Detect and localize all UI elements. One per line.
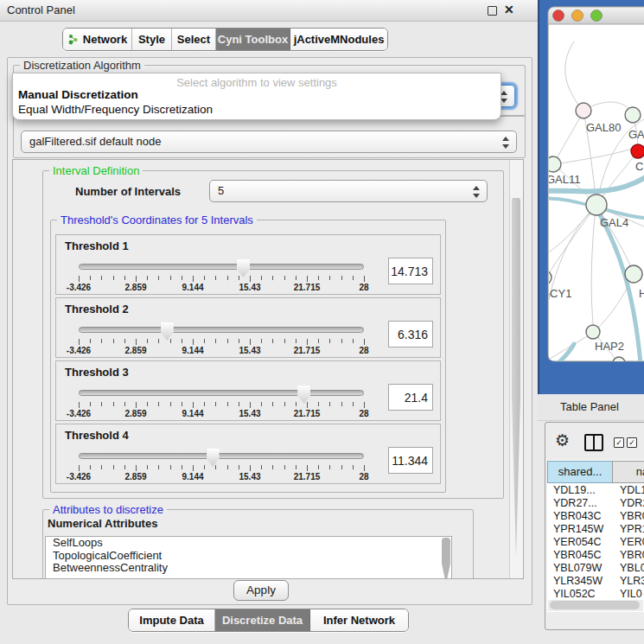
tick-mark (261, 276, 262, 280)
tick-mark (341, 465, 342, 469)
list-item-selfloops[interactable]: SelfLoops (46, 537, 451, 550)
table-row[interactable]: YDR27...YDR2 (547, 497, 644, 510)
threshold-2-slider[interactable] (79, 327, 364, 333)
table-horizontal-scrollbar[interactable] (548, 600, 643, 611)
tick-mark (113, 402, 114, 406)
column-header-name[interactable]: na (612, 461, 644, 483)
tab-network[interactable]: Network (63, 29, 132, 50)
network-node-hap2[interactable] (586, 325, 600, 339)
tab-label: Select (177, 33, 210, 46)
dropdown-option-equal-width-frequency-discretization[interactable]: Equal Width/Frequency Discretization (16, 103, 497, 118)
number-of-intervals-combobox[interactable]: 5 (209, 180, 488, 202)
threshold-1-slider-thumb[interactable] (237, 259, 250, 277)
float-window-icon[interactable] (488, 6, 497, 16)
tick-mark (170, 276, 171, 280)
threshold-4-slider[interactable] (79, 453, 364, 459)
network-frame-edge (538, 0, 539, 394)
tab-style[interactable]: Style (132, 29, 172, 50)
threshold-1-value[interactable]: 14.713 (388, 258, 433, 284)
scrollbar-thumb[interactable] (550, 601, 640, 609)
tab-label: Impute Data (139, 614, 203, 627)
tick-mark (227, 465, 228, 469)
threshold-3-value[interactable]: 21.4 (388, 384, 433, 411)
tick-mark (215, 465, 216, 469)
tab-label: Network (83, 33, 127, 46)
tick-mark (182, 402, 182, 406)
tick-mark (215, 402, 216, 406)
cell-shared-name: YDR27... (553, 497, 597, 510)
list-item-betweennesscentrality[interactable]: BetweennessCentrality (46, 562, 451, 575)
tick-mark (124, 276, 125, 280)
threshold-4-value[interactable]: 11.344 (388, 447, 433, 474)
tick-mark (364, 402, 365, 408)
network-node-h[interactable] (625, 265, 642, 283)
threshold-2-box: Threshold 2-3.4262.8599.14415.4321.71528… (55, 297, 441, 358)
tab-discretize-data[interactable]: Discretize Data (215, 609, 310, 631)
list-item-topologicalcoefficient[interactable]: TopologicalCoefficient (46, 550, 451, 563)
table-row[interactable]: YBL079WYBL0 (547, 562, 644, 575)
table-row[interactable]: YLR345WYLR3 (547, 575, 644, 588)
threshold-3-slider[interactable] (79, 390, 364, 396)
numerical-attributes-list[interactable]: SelfLoopsTopologicalCoefficientBetweenne… (45, 536, 452, 579)
table-panel-title: Table Panel (560, 400, 619, 413)
threshold-2-value[interactable]: 6.316 (388, 321, 433, 348)
scrollbar-thumb[interactable] (442, 538, 450, 579)
table-row[interactable]: YBR045CYBR0 (547, 549, 644, 562)
table-row[interactable]: YDL19...YDL1 (547, 484, 644, 497)
zoom-traffic-light[interactable] (591, 10, 603, 22)
table-row[interactable]: YBR043CYBR0 (547, 510, 644, 523)
close-traffic-light[interactable] (553, 10, 564, 22)
scrollbar-thumb[interactable] (512, 198, 520, 558)
settings-vertical-scrollbar[interactable] (509, 160, 523, 578)
number-of-intervals-label: Number of Intervals (75, 185, 181, 198)
table-row[interactable]: YPR145WYPR1 (547, 523, 644, 536)
thresholds-group: Threshold's Coordinates for 5 Intervals … (50, 220, 446, 493)
apply-button[interactable]: Apply (233, 580, 289, 601)
attributes-list-scrollbar[interactable] (440, 537, 451, 579)
dropdown-option-manual-discretization[interactable]: Manual Discretization (16, 88, 497, 103)
gear-icon[interactable]: ⚙ (555, 430, 570, 450)
network-node-gal80[interactable] (576, 103, 591, 118)
threshold-1-label: Threshold 1 (65, 239, 129, 252)
tick-mark (307, 276, 308, 282)
checkbox-icon[interactable]: ✓ (627, 437, 637, 448)
network-node-gal4[interactable] (586, 194, 607, 215)
tick-mark (204, 276, 205, 280)
tab-select[interactable]: Select (172, 29, 216, 50)
tick-label: 21.715 (281, 472, 333, 481)
network-node-ga[interactable] (625, 107, 641, 123)
tick-label: 15.43 (224, 283, 276, 292)
tick-mark (307, 402, 308, 408)
threshold-4-slider-thumb[interactable] (207, 449, 220, 467)
minimize-traffic-light[interactable] (572, 10, 583, 22)
tab-label: Infer Network (323, 614, 395, 627)
threshold-2-slider-thumb[interactable] (161, 322, 174, 341)
tick-label: 9.144 (167, 409, 219, 418)
tab-infer-network[interactable]: Infer Network (310, 609, 408, 631)
combo-arrows-icon (473, 185, 480, 199)
tick-label: 2.859 (110, 283, 162, 292)
tick-label: 9.144 (167, 283, 219, 292)
tick-mark (329, 276, 330, 280)
table-row[interactable]: YIL052CYIL0 (547, 588, 644, 601)
checkbox-icon[interactable]: ✓ (614, 437, 624, 448)
close-icon[interactable]: ✕ (504, 3, 514, 16)
column-header-shared-name[interactable]: shared... (547, 461, 613, 483)
tick-mark (158, 276, 159, 280)
network-view[interactable]: GAL80GACGAL11GAL4GCY1HHAP2 (538, 0, 644, 394)
tab-jactivemnodules[interactable]: jActiveMNodules (290, 29, 387, 50)
threshold-3-slider-thumb[interactable] (297, 386, 310, 404)
tick-mark (307, 465, 308, 471)
tab-cyni-toolbox[interactable]: Cyni Toolbox (216, 29, 290, 50)
cell-shared-name: YBL079W (553, 562, 602, 575)
network-node-c[interactable] (631, 144, 644, 158)
columns-icon[interactable] (584, 434, 603, 451)
table-data-combobox[interactable]: galFiltered.sif default node (21, 131, 517, 153)
tick-label: 2.859 (110, 472, 162, 481)
tick-label: 28 (338, 409, 390, 418)
threshold-1-slider[interactable] (79, 264, 364, 270)
tab-impute-data[interactable]: Impute Data (129, 609, 215, 631)
tick-mark (261, 402, 262, 406)
table-row[interactable]: YER054CYER0 (547, 536, 644, 549)
tick-mark (296, 339, 296, 343)
